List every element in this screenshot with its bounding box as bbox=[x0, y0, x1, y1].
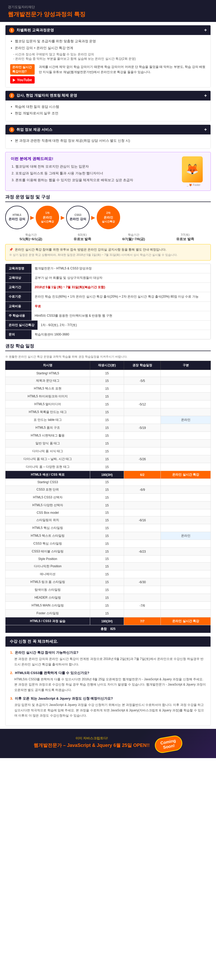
org-name: 경기도일자리재단 bbox=[8, 5, 208, 10]
section-2-header: 2강사, 현업 개발자의 멘토링 체제 운영 + bbox=[5, 91, 211, 100]
cell-date: -5/5 bbox=[124, 377, 161, 385]
curriculum-title: 권장 학습 일정 bbox=[5, 343, 211, 351]
cell-type bbox=[161, 602, 211, 609]
expand-icon-2[interactable]: + bbox=[204, 93, 207, 99]
cell-type bbox=[161, 594, 211, 602]
cell-name: CSS3 표현 단위 bbox=[5, 486, 90, 494]
cell-time: 15 bbox=[90, 563, 124, 570]
list-item: 웹코딩에 대해 전혀 모르지만 관심이 있는 입문자 bbox=[15, 164, 177, 169]
cell-type bbox=[161, 486, 211, 494]
cell-time: 180(3H) bbox=[90, 471, 124, 479]
table-row: CSS3 테이블 스타일링15-6/23 bbox=[5, 548, 211, 555]
cell-name: 표 만드는 table 태그 bbox=[5, 416, 90, 424]
cell-time: 15 bbox=[90, 385, 124, 393]
page-header: 경기도일자리재단 웹개발전문가 양성과정의 특징 bbox=[0, 0, 216, 22]
cell-time: 15 bbox=[90, 509, 124, 516]
cell-time: 15 bbox=[90, 370, 124, 377]
cell-type bbox=[161, 479, 211, 486]
table-row: HTML5 하이퍼링크와 이미지15 bbox=[5, 393, 211, 401]
table-row: HTML5 MAIN 스타일링15-7/6 bbox=[5, 602, 211, 609]
section-2-list: 학습에 대한 질의 응답 시스템 현업 개발자로서의 실무 조언 bbox=[10, 104, 206, 116]
cell-date bbox=[124, 463, 161, 471]
cell-name: Starting! CSS3 bbox=[5, 479, 90, 486]
cell-type bbox=[161, 370, 211, 377]
section-2-body: 학습에 대한 질의 응답 시스템 현업 개발자로서의 실무 조언 bbox=[5, 100, 211, 121]
table-row: 총합 825 bbox=[5, 625, 211, 633]
cell-type bbox=[161, 570, 211, 578]
cell-type bbox=[161, 540, 211, 548]
cell-time: 15 bbox=[90, 377, 124, 385]
youtube-desc: 과제를 시간에 제약 없이 학습 강의이기 때문에 학습 강의이어 어려운 단 … bbox=[39, 64, 206, 75]
cell-time: 15 bbox=[90, 570, 124, 578]
cell-name: HTML5 / CSS3 과정 실습 bbox=[5, 617, 90, 625]
flow-arrow-3: ▶ bbox=[91, 214, 95, 221]
cell-type bbox=[161, 447, 211, 455]
cell-date: -5/19 bbox=[124, 424, 161, 432]
expand-icon-3[interactable]: + bbox=[204, 127, 207, 132]
cell-time: 15 bbox=[90, 578, 124, 586]
cell-date: -6/9 bbox=[124, 486, 161, 494]
cell-date bbox=[124, 479, 161, 486]
flow-arrow-1: ▶ bbox=[30, 214, 34, 221]
target-mascot: 🦊 _ 🦊 Footer bbox=[182, 156, 205, 186]
table-header-row: 차시명 재생시간(분) 권장 학습일정 구분 bbox=[5, 361, 211, 370]
expand-icon-1[interactable]: + bbox=[204, 27, 207, 33]
cell-name: HEADER 스타일링 bbox=[5, 594, 90, 602]
target-title: 이런 분에게 권해드려요! bbox=[11, 156, 177, 161]
table-row: HTML5 링크 폼 스타일링15-6/30 bbox=[5, 578, 211, 586]
target-section: 이런 분에게 권해드려요! 웹코딩에 대해 전혀 모르지만 관심이 있는 입문자… bbox=[5, 152, 211, 191]
table-row: HTML5 텍스트 스타일링15온라인 bbox=[5, 532, 211, 540]
flow-step-html5: HTML5 온라인 강의 bbox=[5, 206, 29, 229]
info-row: 주 학습내용 Html5와 CSS3를 응용한 인터렉티브웹 & 반응형 웹 구… bbox=[5, 311, 211, 321]
cell-type bbox=[161, 385, 211, 393]
cell-name: Style Position bbox=[5, 555, 90, 563]
cell-date bbox=[124, 385, 161, 393]
info-row-date: 교육기간 2018년 5월 1일 (화) ~ 7월 31일(화)(복습기간 포함… bbox=[5, 283, 211, 292]
list-item: 본 과정과 관련한 직종에 대한 취업 정보 제공(취업 상담 서비스 별도 신… bbox=[15, 138, 206, 143]
cell-time: 15 bbox=[90, 393, 124, 401]
table-row: 다이나믹한 Position15 bbox=[5, 563, 211, 570]
table-row: 표 만드는 table 태그15온라인 bbox=[5, 416, 211, 424]
cell-time: 15 bbox=[90, 432, 124, 440]
cell-time: 180(3H) bbox=[90, 617, 124, 625]
cell-name: Starting! HTML5 bbox=[5, 370, 90, 377]
cell-date bbox=[124, 609, 161, 617]
cell-type bbox=[161, 424, 211, 432]
cell-name: HTML5 링크 폼 스타일링 bbox=[5, 578, 90, 586]
cell-time: 15 bbox=[90, 494, 124, 501]
cell-type bbox=[161, 548, 211, 555]
faq-body: 1. 온라인 실시간 특강 참석이 가능하신가요? 본 과정은 온라인 강의와 … bbox=[5, 647, 211, 725]
coming-soon-footer: 이미 자바스크립트다! 웹개발전문가 – JavaScript & Jquery… bbox=[0, 729, 216, 758]
cell-name: 애니메이션 bbox=[5, 570, 90, 578]
cell-date bbox=[124, 509, 161, 516]
cell-name: HTML5 시멘틱태그 활용 bbox=[5, 432, 90, 440]
table-row: 제목과 문단 태그15-5/5 bbox=[5, 377, 211, 385]
cell-date bbox=[124, 594, 161, 602]
table-row: CSS3 표현 단위15-6/9 bbox=[5, 486, 211, 494]
cell-type bbox=[161, 578, 211, 586]
main-banner: 웹개발전문가 – JavaScript & Jquery 6월 25일 OPEN… bbox=[34, 742, 150, 748]
schedule-section: 과정 운영 일정 및 구성 HTML5 온라인 강의 ▶ 1차 온라인 실시간특… bbox=[5, 194, 211, 339]
cell-name: 다이나믹 폼 – 다양한 표현 태그 bbox=[5, 463, 90, 471]
total-row: 총합 825 bbox=[5, 625, 211, 633]
notice-box: 📌 온라인 실시간 특강 참여를 위한 유투브 접속 방법은 온라인 강의실 공… bbox=[5, 244, 211, 261]
section-3-header: 3취업 정보 제공 서비스 + bbox=[5, 125, 211, 134]
curriculum-table: 차시명 재생시간(분) 권장 학습일정 구분 Starting! HTML515… bbox=[5, 361, 211, 633]
cell-date: 7/7 bbox=[124, 617, 161, 625]
cell-type bbox=[161, 463, 211, 471]
page-title: 웹개발전문가 양성과정의 특징 bbox=[8, 10, 208, 18]
table-row: HTML5 핵심 스타일링15 bbox=[5, 524, 211, 532]
cell-type bbox=[161, 555, 211, 563]
faq-item-2: 2. HTML5와 CSS3를 완학하게 다룰 수 있으신가요? HTML5와 … bbox=[10, 671, 206, 692]
faq-section: 수강 신청 전 꼭 체크하세요. 1. 온라인 실시간 특강 참석이 가능하신가… bbox=[5, 636, 211, 726]
cell-time: 15 bbox=[90, 463, 124, 471]
flow-row: HTML5 온라인 강의 ▶ 1차 온라인 실시간특강 ▶ CSS3 온라인 강… bbox=[5, 206, 211, 229]
table-row: Footer 스타일링15 bbox=[5, 609, 211, 617]
table-row: 탐색이동 스타일링15 bbox=[5, 586, 211, 594]
cell-time: 15 bbox=[90, 501, 124, 509]
table-row: 다이나믹 폼 태그 – 날짜, 시간 태그15-5/26 bbox=[5, 455, 211, 463]
info-row: 교육대상 공부가 넘·어 희를일 및 상상구의직원들이 대상자 bbox=[5, 273, 211, 283]
table-row: 일반 양식 폼 태그15 bbox=[5, 440, 211, 447]
table-row: HTML5 텍스트 표현15 bbox=[5, 385, 211, 393]
cell-date bbox=[124, 555, 161, 563]
